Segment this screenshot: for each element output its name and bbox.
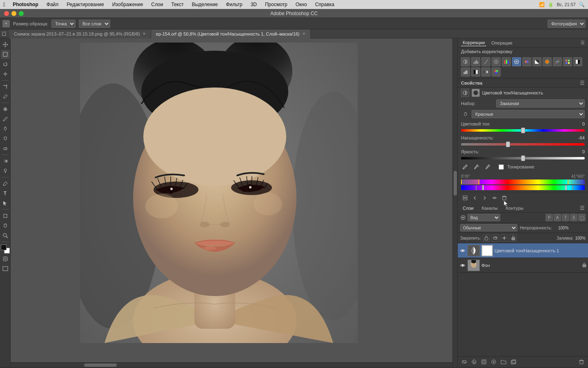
sample-size-select[interactable]: Точка (51, 20, 76, 28)
maximize-btn[interactable] (19, 11, 24, 16)
shape-tool[interactable] (1, 211, 10, 220)
view-next-btn[interactable] (481, 194, 489, 202)
menu-layers[interactable]: Слои (148, 1, 166, 8)
clone-tool[interactable] (1, 124, 10, 133)
filter-pixel-icon[interactable]: P (546, 214, 553, 221)
hue-slider-thumb[interactable] (521, 128, 525, 133)
channel-select[interactable]: Красные (472, 110, 585, 118)
menu-3d[interactable]: 3D (247, 1, 260, 8)
add-layer-btn[interactable] (509, 358, 517, 366)
eyedropper-btn[interactable] (461, 163, 469, 171)
view-prev-btn[interactable] (471, 194, 479, 202)
tab-screenshot[interactable]: Снимок экрана 2013–07–21 в 20.15.18.png … (9, 29, 151, 38)
add-mask-btn[interactable] (480, 358, 488, 366)
menu-help[interactable]: Справка (312, 1, 338, 8)
dodge-tool[interactable] (1, 166, 10, 175)
properties-menu-icon[interactable]: ☰ (580, 80, 585, 86)
preset-select[interactable]: Заказная (496, 99, 585, 108)
apple-menu[interactable]:  (3, 1, 5, 8)
layer-item-adjustment[interactable]: Цветовой тон/Насыщенность 1 (458, 243, 588, 258)
selective-color-icon[interactable] (492, 67, 501, 76)
color-spectrum-bar[interactable] (461, 180, 585, 184)
filter-adj-icon[interactable]: A (554, 214, 561, 221)
threshold-icon[interactable] (471, 67, 480, 76)
levels-icon[interactable] (471, 57, 480, 66)
menu-file[interactable]: Файл (43, 1, 62, 8)
color-range-bar[interactable]: 0°/9° 41°\60° (458, 174, 588, 190)
workspace-select[interactable]: Фотография (548, 20, 586, 28)
sat-slider-container[interactable] (458, 142, 588, 147)
type-tool[interactable]: T (1, 189, 10, 198)
curves-icon[interactable] (481, 57, 490, 66)
operations-tab[interactable]: Операции (490, 40, 514, 46)
color-lookup-icon[interactable] (563, 57, 572, 66)
black-white-icon[interactable] (532, 57, 541, 66)
horizontal-scrollbar[interactable] (11, 362, 452, 367)
posterize-icon[interactable] (461, 67, 470, 76)
menu-edit[interactable]: Редактирование (63, 1, 107, 8)
pen-tool[interactable] (1, 179, 10, 188)
marquee-tool[interactable] (1, 50, 10, 59)
eyedropper-plus-btn[interactable]: + (472, 163, 481, 171)
screen-mode-btn[interactable] (1, 264, 10, 273)
tab-screenshot-close[interactable]: ✕ (143, 31, 146, 36)
canvas-area[interactable] (11, 38, 457, 367)
tab-ep154[interactable]: ep-154.orf @ 50,8% (Цветовой тон/Насыщен… (151, 29, 311, 38)
magic-wand-tool[interactable] (1, 70, 10, 79)
invert-icon[interactable] (573, 57, 582, 66)
layer-visibility-adj[interactable] (459, 247, 466, 254)
lock-position-icon[interactable] (501, 234, 508, 242)
channels-tab[interactable]: Каналы (480, 205, 499, 211)
lasso-tool[interactable] (1, 60, 10, 69)
sat-slider-thumb[interactable] (506, 141, 510, 147)
filter-smart-icon[interactable]: ◯ (578, 214, 586, 221)
path-select-tool[interactable] (1, 199, 10, 208)
eraser-tool[interactable] (1, 144, 10, 153)
vibrance-icon[interactable] (502, 57, 511, 66)
close-btn[interactable] (4, 11, 9, 16)
move-tool[interactable] (1, 40, 10, 49)
menu-text[interactable]: Текст (168, 1, 187, 8)
layers-tab[interactable]: Слои (461, 205, 475, 211)
eyedropper-tool[interactable] (1, 92, 10, 101)
menu-filter[interactable]: Фильтр (223, 1, 245, 8)
bright-slider-track[interactable] (461, 157, 585, 159)
zoom-tool[interactable] (1, 231, 10, 240)
bright-slider-container[interactable] (458, 156, 588, 161)
delete-layer-btn[interactable] (577, 358, 586, 366)
hue-saturation-icon[interactable] (512, 57, 521, 66)
paths-tab[interactable]: Контуры (504, 205, 525, 211)
corrections-menu-icon[interactable]: ☰ (581, 40, 585, 45)
gradient-map-icon[interactable] (481, 67, 490, 76)
minimize-btn[interactable] (11, 11, 16, 16)
eyedropper-minus-btn[interactable]: - (484, 163, 492, 171)
delete-adjustment-btn[interactable] (500, 194, 508, 202)
layers-menu-icon[interactable]: ☰ (580, 205, 585, 211)
quick-mask-tool[interactable] (1, 254, 10, 263)
hand-pointer-icon[interactable] (461, 110, 469, 118)
crop-tool[interactable] (1, 82, 10, 91)
doc-icon[interactable] (0, 29, 9, 38)
brightness-contrast-icon[interactable] (461, 57, 470, 66)
lock-transparent-icon[interactable] (483, 234, 490, 242)
brush-tool[interactable] (1, 114, 10, 123)
add-style-btn[interactable]: fx (470, 358, 478, 366)
history-brush-tool[interactable] (1, 134, 10, 143)
kind-filter-select[interactable]: Вид (468, 214, 500, 221)
corrections-tab[interactable]: Коррекции (461, 39, 486, 46)
exposure-icon[interactable] (492, 57, 501, 66)
lock-image-icon[interactable] (492, 234, 499, 242)
menu-select[interactable]: Выделение (189, 1, 221, 8)
layer-visibility-photo[interactable] (459, 262, 466, 269)
all-layers-select[interactable]: Все слои (79, 20, 110, 28)
layer-item-photo[interactable]: Фон (458, 258, 588, 273)
channel-mixer-icon[interactable] (553, 57, 562, 66)
filter-type-icon[interactable]: T (562, 214, 569, 221)
link-layers-btn[interactable] (460, 358, 468, 366)
color-balance-icon[interactable] (522, 57, 531, 66)
blend-mode-select[interactable]: Обычные (460, 224, 517, 231)
layer-mask-adj[interactable] (481, 245, 493, 256)
hue-slider-track[interactable] (461, 129, 585, 132)
vertical-scrollbar[interactable] (452, 38, 457, 367)
lock-all-icon[interactable] (510, 234, 517, 242)
